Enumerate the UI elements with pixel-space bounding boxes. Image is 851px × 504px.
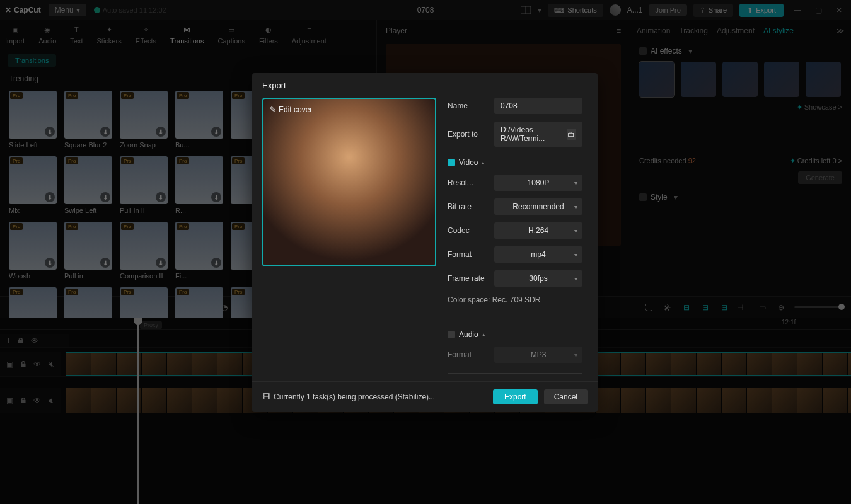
processing-status: 🎞︎ Currently 1 task(s) being processed (… <box>262 392 435 401</box>
resolution-label: Resol... <box>448 178 487 187</box>
bitrate-label: Bit rate <box>448 202 487 211</box>
cancel-button[interactable]: Cancel <box>544 389 588 404</box>
color-space-text: Color space: Rec. 709 SDR <box>448 294 582 306</box>
pencil-icon: ✎ <box>270 105 276 114</box>
modal-title: Export <box>252 73 598 98</box>
audio-format-select[interactable]: MP3 <box>494 346 582 363</box>
export-form: Name 0708 Export to D:/Videos RAW/Termi.… <box>448 98 588 375</box>
framerate-select[interactable]: 30fps <box>494 270 582 287</box>
framerate-label: Frame rate <box>448 274 487 283</box>
codec-select[interactable]: H.264 <box>494 222 582 239</box>
caret-up-icon[interactable]: ▴ <box>482 159 485 166</box>
film-icon: 🎞︎ <box>262 392 270 401</box>
format-label: Format <box>448 250 487 259</box>
cover-preview[interactable]: ✎ Edit cover <box>262 98 436 266</box>
bitrate-select[interactable]: Recommended <box>494 198 582 215</box>
audio-checkbox[interactable] <box>448 331 455 338</box>
audio-section-label: Audio <box>459 330 478 339</box>
codec-label: Codec <box>448 226 487 235</box>
folder-icon[interactable]: 🗀 <box>567 129 576 140</box>
export-to-input[interactable]: D:/Videos RAW/Termi... 🗀 <box>494 122 582 147</box>
name-input[interactable]: 0708 <box>494 98 582 114</box>
export-modal: Export ✎ Edit cover Name 0708 Export to … <box>252 73 598 412</box>
resolution-select[interactable]: 1080P <box>494 175 582 191</box>
audio-format-label: Format <box>448 350 487 359</box>
video-checkbox[interactable] <box>448 159 455 166</box>
export-path: D:/Videos RAW/Termi... <box>501 125 567 143</box>
edit-cover-label: Edit cover <box>279 105 312 114</box>
caret-up-icon[interactable]: ▴ <box>482 331 485 338</box>
format-select[interactable]: mp4 <box>494 246 582 263</box>
export-to-label: Export to <box>448 130 487 139</box>
video-section-label: Video <box>459 158 478 167</box>
export-confirm-button[interactable]: Export <box>493 389 538 404</box>
name-label: Name <box>448 101 487 110</box>
edit-cover-button[interactable]: ✎ Edit cover <box>270 105 312 114</box>
